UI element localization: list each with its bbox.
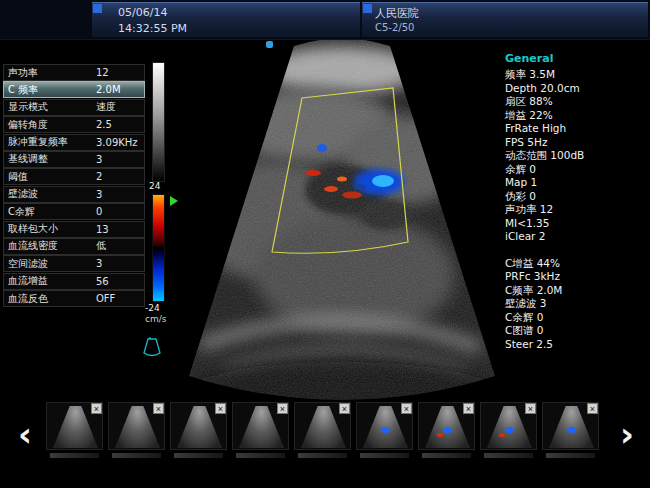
param-row[interactable]: 脉冲重复频率3.09KHz: [3, 134, 145, 151]
thumbnail[interactable]: ×: [232, 402, 289, 458]
thumbnail-image[interactable]: ×: [232, 402, 289, 450]
info-gap: [505, 244, 647, 257]
next-thumbnails-button[interactable]: ›: [616, 412, 638, 456]
param-row[interactable]: 偏转角度2.5: [3, 116, 145, 133]
scan-sector: [170, 40, 510, 405]
thumbnail-close-button[interactable]: ×: [277, 403, 288, 414]
prev-thumbnails-button[interactable]: ‹: [14, 412, 36, 456]
doppler-dot-icon: [505, 427, 514, 433]
time-text: 14:32:55 PM: [118, 22, 187, 35]
thumbnail-strip: × × × × × × × ×: [46, 402, 604, 458]
thumbnail-image[interactable]: ×: [356, 402, 413, 450]
hospital-name: 人民医院: [375, 6, 419, 21]
date-text: 05/06/14: [118, 6, 167, 19]
thumbnail-caption: [112, 453, 161, 458]
thumbnail-close-button[interactable]: ×: [339, 403, 350, 414]
thumbnail[interactable]: ×: [418, 402, 475, 458]
param-row[interactable]: 血流增益56: [3, 273, 145, 290]
param-label: 显示模式: [4, 100, 48, 114]
info-line: C图谱 0: [505, 324, 647, 338]
header-hospital-panel: 人民医院 C5-2/50: [362, 2, 648, 37]
parameter-list: 声功率12 C 频率2.0M 显示模式速度 偏转角度2.5 脉冲重复频率3.09…: [3, 64, 145, 307]
thumbnail-caption: [546, 453, 595, 458]
param-label: 血流反色: [4, 292, 48, 306]
param-row[interactable]: 阈值2: [3, 168, 145, 185]
param-label: 偏转角度: [4, 118, 48, 132]
info-line: C频率 2.0M: [505, 284, 647, 298]
param-row[interactable]: 血流反色OFF: [3, 290, 145, 307]
param-value: 3.09KHz: [96, 137, 138, 148]
param-value: 速度: [96, 100, 116, 114]
info-line: MI<1.35: [505, 217, 647, 231]
param-row[interactable]: 空间滤波3: [3, 255, 145, 272]
param-value: OFF: [96, 293, 115, 304]
thumbnail-caption: [174, 453, 223, 458]
thumbnail-close-button[interactable]: ×: [463, 403, 474, 414]
thumbnail-caption: [360, 453, 409, 458]
param-label: 壁滤波: [4, 187, 38, 201]
image-info-panel: General 频率 3.5M Depth 20.0cm 扇区 88% 增益 2…: [505, 52, 647, 351]
param-row[interactable]: 声功率12: [3, 64, 145, 81]
info-line: C增益 44%: [505, 257, 647, 271]
ultrasound-image: [170, 40, 510, 405]
thumbnail[interactable]: ×: [108, 402, 165, 458]
ultrasound-screen: 05/06/14 14:32:55 PM 人民医院 C5-2/50 声功率12 …: [0, 0, 650, 488]
thumbnail[interactable]: ×: [542, 402, 599, 458]
thumbnail-close-button[interactable]: ×: [215, 403, 226, 414]
info-line: 扇区 88%: [505, 95, 647, 109]
param-row-selected[interactable]: C 频率2.0M: [3, 81, 145, 98]
param-value: 3: [96, 258, 102, 269]
doppler-dot-icon: [567, 427, 576, 433]
thumbnail-image[interactable]: ×: [46, 402, 103, 450]
info-line: 增益 22%: [505, 109, 647, 123]
doppler-dot-icon: [437, 433, 443, 437]
thumbnail-image[interactable]: ×: [108, 402, 165, 450]
thumbnail[interactable]: ×: [480, 402, 537, 458]
param-row[interactable]: C余辉0: [3, 203, 145, 220]
thumbnail[interactable]: ×: [294, 402, 351, 458]
info-line: C余辉 0: [505, 311, 647, 325]
info-section-title: General: [505, 52, 647, 65]
thumbnail[interactable]: ×: [356, 402, 413, 458]
info-line: PRFc 3kHz: [505, 270, 647, 284]
param-label: 血流增益: [4, 274, 48, 288]
accent-square-icon: [93, 4, 102, 13]
velocity-max-label: 24: [149, 181, 160, 191]
thumbnail-caption: [422, 453, 471, 458]
info-line: 动态范围 100dB: [505, 149, 647, 163]
probe-model: C5-2/50: [375, 22, 414, 33]
param-label: 基线调整: [4, 152, 48, 166]
doppler-dot-icon: [499, 433, 505, 437]
param-label: 空间滤波: [4, 257, 48, 271]
thumbnail[interactable]: ×: [170, 402, 227, 458]
param-row[interactable]: 显示模式速度: [3, 99, 145, 116]
info-line: 声功率 12: [505, 203, 647, 217]
thumbnail-image[interactable]: ×: [418, 402, 475, 450]
param-label: 血流线密度: [4, 239, 58, 253]
thumbnail-close-button[interactable]: ×: [401, 403, 412, 414]
param-value: 2.5: [96, 119, 112, 130]
thumbnail-image[interactable]: ×: [542, 402, 599, 450]
thumbnail-close-button[interactable]: ×: [91, 403, 102, 414]
param-row[interactable]: 壁滤波3: [3, 186, 145, 203]
param-row[interactable]: 取样包大小13: [3, 221, 145, 238]
velocity-min-label: -24: [145, 303, 160, 313]
color-velocity-bar: [152, 194, 165, 302]
info-line: FPS 5Hz: [505, 136, 647, 150]
param-row[interactable]: 血流线密度低: [3, 238, 145, 255]
param-value: 56: [96, 276, 109, 287]
header-datetime-panel: 05/06/14 14:32:55 PM: [92, 2, 360, 37]
thumbnail-close-button[interactable]: ×: [153, 403, 164, 414]
thumbnail-image[interactable]: ×: [294, 402, 351, 450]
info-line: 壁滤波 3: [505, 297, 647, 311]
thumbnail-image[interactable]: ×: [480, 402, 537, 450]
param-value: 2.0M: [96, 84, 121, 95]
param-label: 声功率: [4, 66, 38, 80]
thumbnail[interactable]: ×: [46, 402, 103, 458]
info-line: iClear 2: [505, 230, 647, 244]
thumbnail-image[interactable]: ×: [170, 402, 227, 450]
info-line: 频率 3.5M: [505, 68, 647, 82]
param-row[interactable]: 基线调整3: [3, 151, 145, 168]
thumbnail-close-button[interactable]: ×: [587, 403, 598, 414]
thumbnail-close-button[interactable]: ×: [525, 403, 536, 414]
